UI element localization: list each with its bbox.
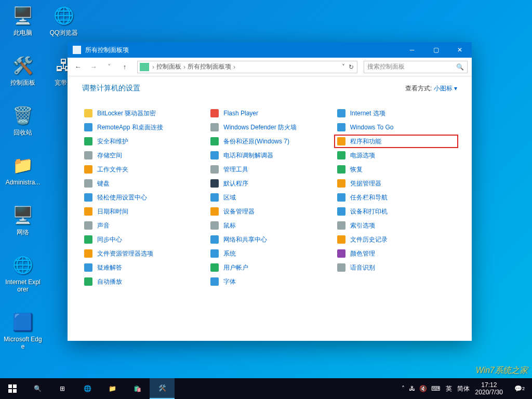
cp-item-device-manager[interactable]: 设备管理器 bbox=[208, 206, 330, 217]
network-sharing-icon bbox=[210, 235, 219, 244]
cp-item-label: BitLocker 驱动器加密 bbox=[97, 109, 156, 118]
credential-manager-icon bbox=[337, 179, 346, 188]
up-button[interactable]: ↑ bbox=[118, 63, 131, 71]
window-title: 所有控制面板项 bbox=[85, 46, 400, 55]
cp-item-user-accounts[interactable]: 用户帐户 bbox=[208, 262, 330, 273]
cp-item-recovery[interactable]: 恢复 bbox=[335, 164, 457, 175]
cp-item-windows-to-go[interactable]: Windows To Go bbox=[335, 122, 457, 133]
breadcrumb-item[interactable]: 控制面板 bbox=[155, 62, 182, 71]
back-button[interactable]: ← bbox=[72, 63, 84, 71]
cp-item-label: Internet 选项 bbox=[350, 109, 385, 118]
desktop-icon-qq-browser[interactable]: 🌐QQ浏览器 bbox=[45, 4, 83, 36]
breadcrumb-item[interactable]: 所有控制面板项 bbox=[187, 62, 232, 71]
cp-item-admin-tools[interactable]: 管理工具 bbox=[208, 164, 330, 175]
cp-item-color-management[interactable]: 颜色管理 bbox=[335, 248, 457, 259]
network-icon: 🖥️ bbox=[11, 204, 34, 227]
cp-item-backup-win7[interactable]: 备份和还原(Windows 7) bbox=[208, 136, 330, 147]
start-button[interactable] bbox=[0, 378, 25, 399]
view-mode: 查看方式: 小图标 ▾ bbox=[405, 84, 457, 93]
cp-item-internet-options[interactable]: Internet 选项 bbox=[335, 108, 457, 119]
search-button[interactable]: 🔍 bbox=[25, 378, 50, 399]
cp-item-speech[interactable]: 语音识别 bbox=[335, 262, 457, 273]
cp-item-fonts[interactable]: 字体 bbox=[208, 276, 330, 287]
cp-item-storage[interactable]: 存储空间 bbox=[82, 150, 204, 161]
programs-features-icon bbox=[337, 137, 346, 146]
cp-item-explorer-options[interactable]: 文件资源管理器选项 bbox=[82, 248, 204, 259]
cp-item-mouse[interactable]: 鼠标 bbox=[208, 220, 330, 231]
cp-item-sync-center[interactable]: 同步中心 bbox=[82, 234, 204, 245]
cp-item-label: 网络和共享中心 bbox=[223, 235, 267, 244]
desktop-icon-label: Administra... bbox=[4, 179, 42, 186]
desktop-icon-microsoft-edge[interactable]: 🟦Microsoft Edge bbox=[4, 311, 42, 350]
network-tray-icon[interactable]: 🖧 bbox=[409, 385, 415, 392]
forward-button[interactable]: → bbox=[87, 63, 100, 71]
cp-item-taskbar-nav[interactable]: 任务栏和导航 bbox=[335, 192, 457, 203]
cp-item-power-options[interactable]: 电源选项 bbox=[335, 150, 457, 161]
cp-item-region[interactable]: 区域 bbox=[208, 192, 330, 203]
svg-rect-0 bbox=[8, 384, 12, 388]
action-center-button[interactable]: 💬2 bbox=[507, 378, 532, 399]
edge-taskbar-icon[interactable]: 🌐 bbox=[75, 378, 100, 399]
desktop-icon-administrator[interactable]: 📁Administra... bbox=[4, 154, 42, 186]
cp-item-sound[interactable]: 声音 bbox=[82, 220, 204, 231]
cp-item-indexing[interactable]: 索引选项 bbox=[335, 220, 457, 231]
sync-center-icon bbox=[84, 235, 93, 244]
cp-item-label: RemoteApp 和桌面连接 bbox=[97, 123, 163, 132]
breadcrumb[interactable]: › 控制面板 › 所有控制面板项 › ˅ ↻ bbox=[137, 61, 357, 73]
minimize-button[interactable]: ─ bbox=[400, 42, 424, 58]
cp-item-phone-modem[interactable]: 电话和调制解调器 bbox=[208, 150, 330, 161]
desktop-icon-network[interactable]: 🖥️网络 bbox=[4, 204, 42, 236]
defender-icon bbox=[210, 123, 219, 132]
cp-item-label: 区域 bbox=[223, 193, 236, 202]
administrator-icon: 📁 bbox=[11, 154, 34, 177]
cp-item-label: 工作文件夹 bbox=[97, 165, 128, 174]
cp-item-workfolders[interactable]: 工作文件夹 bbox=[82, 164, 204, 175]
desktop-icon-recycle-bin[interactable]: 🗑️回收站 bbox=[4, 104, 42, 136]
phone-modem-icon bbox=[210, 151, 219, 160]
cp-item-network-sharing[interactable]: 网络和共享中心 bbox=[208, 234, 330, 245]
cp-item-credential-manager[interactable]: 凭据管理器 bbox=[335, 178, 457, 189]
cp-item-label: 默认程序 bbox=[223, 179, 248, 188]
sound-icon bbox=[84, 221, 93, 230]
ime-tray-icon[interactable]: ⌨ bbox=[431, 385, 440, 392]
cp-item-label: 文件历史记录 bbox=[350, 235, 388, 244]
desktop-icon-control-panel-shortcut[interactable]: 🛠️控制面板 bbox=[4, 54, 42, 86]
desktop-icon-this-pc[interactable]: 🖥️此电脑 bbox=[4, 4, 42, 36]
task-view-button[interactable]: ⊞ bbox=[50, 378, 75, 399]
recent-dropdown[interactable]: ˅ bbox=[103, 63, 115, 71]
maximize-button[interactable]: ▢ bbox=[424, 42, 448, 58]
close-button[interactable]: ✕ bbox=[448, 42, 472, 58]
search-input[interactable]: 搜索控制面板 🔍 bbox=[364, 61, 468, 73]
cp-item-defender[interactable]: Windows Defender 防火墙 bbox=[208, 122, 330, 133]
store-taskbar-icon[interactable]: 🛍️ bbox=[125, 378, 150, 399]
view-mode-link[interactable]: 小图标 ▾ bbox=[434, 85, 457, 92]
cp-item-file-history[interactable]: 文件历史记录 bbox=[335, 234, 457, 245]
cp-item-keyboard[interactable]: 键盘 bbox=[82, 178, 204, 189]
cp-item-default-programs[interactable]: 默认程序 bbox=[208, 178, 330, 189]
breadcrumb-icon bbox=[140, 63, 149, 71]
cp-item-remoteapp[interactable]: RemoteApp 和桌面连接 bbox=[82, 122, 204, 133]
cp-item-label: 索引选项 bbox=[350, 221, 375, 230]
cp-item-autoplay[interactable]: 自动播放 bbox=[82, 276, 204, 287]
cp-item-bitlocker[interactable]: BitLocker 驱动器加密 bbox=[82, 108, 204, 119]
desktop-icon-internet-explorer[interactable]: 🌐Internet Explorer bbox=[4, 254, 42, 293]
indexing-icon bbox=[337, 221, 346, 230]
cp-item-security[interactable]: 安全和维护 bbox=[82, 136, 204, 147]
cp-item-date-time[interactable]: 日期和时间 bbox=[82, 206, 204, 217]
tray-overflow-icon[interactable]: ˄ bbox=[402, 385, 405, 392]
explorer-taskbar-icon[interactable]: 📁 bbox=[100, 378, 125, 399]
cp-item-troubleshoot[interactable]: 疑难解答 bbox=[82, 262, 204, 273]
volume-tray-icon[interactable]: 🔇 bbox=[419, 385, 427, 392]
cp-item-flash[interactable]: Flash Player bbox=[208, 108, 330, 119]
cp-item-label: 设备和打印机 bbox=[350, 207, 388, 216]
control-panel-taskbar-icon[interactable]: 🛠️ bbox=[150, 378, 175, 399]
breadcrumb-dropdown[interactable]: ˅ ↻ bbox=[341, 63, 355, 71]
cp-item-programs-features[interactable]: 程序和功能 bbox=[335, 136, 457, 147]
user-accounts-icon bbox=[210, 263, 219, 272]
cp-item-system[interactable]: 系统 bbox=[208, 248, 330, 259]
cp-item-ease-of-access[interactable]: 轻松使用设置中心 bbox=[82, 192, 204, 203]
language-bar[interactable]: 英 简体 bbox=[444, 384, 471, 394]
clock[interactable]: 17:12 2020/7/30 bbox=[471, 381, 507, 396]
cp-item-devices-printers[interactable]: 设备和打印机 bbox=[335, 206, 457, 217]
cp-item-label: 系统 bbox=[223, 249, 236, 258]
